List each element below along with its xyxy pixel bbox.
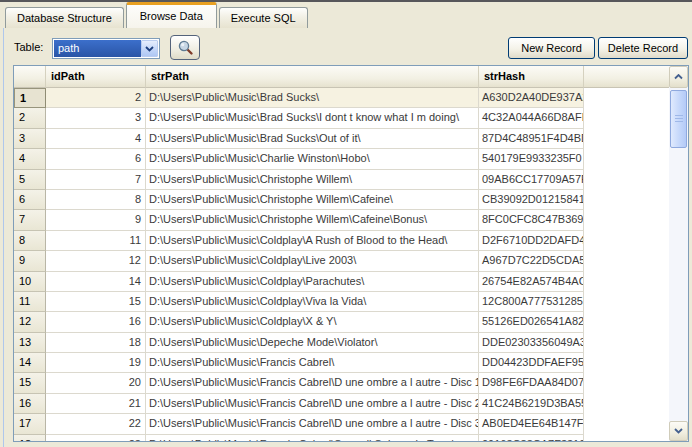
cell-idpath[interactable]: 19 bbox=[46, 353, 146, 373]
table-row: 5 7 D:\Users\Public\Music\Christophe Wil… bbox=[14, 170, 669, 190]
cell-idpath[interactable]: 23 bbox=[46, 435, 146, 441]
col-header-idpath[interactable]: idPath bbox=[46, 66, 146, 88]
cell-idpath[interactable]: 3 bbox=[46, 108, 146, 128]
vertical-scrollbar[interactable] bbox=[669, 66, 688, 441]
cell-strpath[interactable]: D:\Users\Public\Music\Coldplay\Parachute… bbox=[146, 272, 479, 292]
cell-strhash[interactable]: A967D7C22D5CDA5 bbox=[479, 251, 584, 271]
table-row: 8 11 D:\Users\Public\Music\Coldplay\A Ru… bbox=[14, 231, 669, 251]
col-header-strhash[interactable]: strHash bbox=[479, 66, 584, 88]
scroll-down-button[interactable] bbox=[669, 421, 688, 441]
magnifier-icon bbox=[177, 39, 194, 56]
table-select[interactable]: path bbox=[52, 38, 160, 59]
cell-strpath[interactable]: D:\Users\Public\Music\Francis Cabrel\D u… bbox=[146, 414, 479, 434]
col-header-strpath[interactable]: strPath bbox=[146, 66, 479, 88]
cell-strpath[interactable]: D:\Users\Public\Music\Coldplay\A Rush of… bbox=[146, 231, 479, 251]
cell-strpath[interactable]: D:\Users\Public\Music\Christophe Willem\ bbox=[146, 170, 479, 190]
cell-strpath[interactable]: D:\Users\Public\Music\Christophe Willem\… bbox=[146, 190, 479, 210]
cell-strpath[interactable]: D:\Users\Public\Music\Coldplay\Live 2003… bbox=[146, 251, 479, 271]
table-row: 7 9 D:\Users\Public\Music\Christophe Wil… bbox=[14, 210, 669, 230]
cell-idpath[interactable]: 11 bbox=[46, 231, 146, 251]
tab-execute-sql[interactable]: Execute SQL bbox=[219, 7, 308, 28]
table-row: 11 15 D:\Users\Public\Music\Coldplay\Viv… bbox=[14, 292, 669, 312]
cell-idpath[interactable]: 12 bbox=[46, 251, 146, 271]
cell-strpath[interactable]: D:\Users\Public\Music\Coldplay\X & Y\ bbox=[146, 312, 479, 332]
cell-strhash[interactable]: CB39092D01215841 bbox=[479, 190, 584, 210]
table-row: 18 23 D:\Users\Public\Music\Francis Cabr… bbox=[14, 435, 669, 441]
table-row: 3 4 D:\Users\Public\Music\Brad Sucks\Out… bbox=[14, 129, 669, 149]
scroll-up-button[interactable] bbox=[669, 66, 688, 88]
row-header-cell[interactable]: 11 bbox=[14, 292, 46, 312]
cell-idpath[interactable]: 4 bbox=[46, 129, 146, 149]
cell-idpath[interactable]: 8 bbox=[46, 190, 146, 210]
cell-idpath[interactable]: 2 bbox=[46, 88, 146, 108]
row-header-cell[interactable]: 12 bbox=[14, 312, 46, 332]
cell-strpath[interactable]: D:\Users\Public\Music\Francis Cabrel\D u… bbox=[146, 394, 479, 414]
row-header-cell[interactable]: 9 bbox=[14, 251, 46, 271]
cell-strhash[interactable]: 540179E9933235F0 bbox=[479, 149, 584, 169]
cell-strhash[interactable]: 26754E82A574B4AC bbox=[479, 272, 584, 292]
new-record-button[interactable]: New Record bbox=[508, 37, 595, 59]
cell-strpath[interactable]: D:\Users\Public\Music\Brad Sucks\I dont … bbox=[146, 108, 479, 128]
row-header-cell[interactable]: 5 bbox=[14, 170, 46, 190]
cell-strhash[interactable]: 41C24B6219D3BA55 bbox=[479, 394, 584, 414]
search-button[interactable] bbox=[170, 35, 200, 60]
row-header-cell[interactable]: 18 bbox=[14, 435, 46, 441]
row-header-cell[interactable]: 10 bbox=[14, 272, 46, 292]
cell-strhash[interactable]: 87D4C48951F4D4BD bbox=[479, 129, 584, 149]
cell-strpath[interactable]: D:\Users\Public\Music\Coldplay\Viva la V… bbox=[146, 292, 479, 312]
row-header-cell[interactable]: 6 bbox=[14, 190, 46, 210]
cell-strhash[interactable]: 4C32A044A66D8AFB bbox=[479, 108, 584, 128]
cell-strhash[interactable]: D2F6710DD2DAFD4 bbox=[479, 231, 584, 251]
row-header-cell[interactable]: 2 bbox=[14, 108, 46, 128]
row-header-cell[interactable]: 1 bbox=[14, 88, 46, 108]
cell-strhash[interactable]: 09163C88CA7F3310 bbox=[479, 435, 584, 441]
cell-strpath[interactable]: D:\Users\Public\Music\Francis Cabrel\Sam… bbox=[146, 435, 479, 441]
row-header-cell[interactable]: 7 bbox=[14, 210, 46, 230]
scrollbar-thumb[interactable] bbox=[670, 90, 687, 148]
row-header-cell[interactable]: 8 bbox=[14, 231, 46, 251]
row-header-cell[interactable]: 16 bbox=[14, 394, 46, 414]
frame-left-border bbox=[3, 28, 4, 447]
table-row: 1 2 D:\Users\Public\Music\Brad Sucks\ A6… bbox=[14, 88, 669, 108]
cell-strhash[interactable]: AB0ED4EE64B147FE bbox=[479, 414, 584, 434]
cell-strhash[interactable]: 55126ED026541A82 bbox=[479, 312, 584, 332]
cell-idpath[interactable]: 9 bbox=[46, 210, 146, 230]
cell-idpath[interactable]: 15 bbox=[46, 292, 146, 312]
delete-record-button[interactable]: Delete Record bbox=[598, 37, 688, 59]
table-label: Table: bbox=[14, 41, 43, 53]
row-header-cell[interactable]: 3 bbox=[14, 129, 46, 149]
row-header-cell[interactable]: 13 bbox=[14, 333, 46, 353]
cell-idpath[interactable]: 7 bbox=[46, 170, 146, 190]
cell-strhash[interactable]: 8FC0CFC8C47B3691 bbox=[479, 210, 584, 230]
cell-idpath[interactable]: 20 bbox=[46, 373, 146, 393]
cell-strhash[interactable]: 09AB6CC17709A57F bbox=[479, 170, 584, 190]
cell-strhash[interactable]: DD04423DDFAEF95F bbox=[479, 353, 584, 373]
combo-dropdown-button[interactable] bbox=[141, 40, 158, 57]
cell-strpath[interactable]: D:\Users\Public\Music\Francis Cabrel\ bbox=[146, 353, 479, 373]
cell-idpath[interactable]: 21 bbox=[46, 394, 146, 414]
cell-idpath[interactable]: 16 bbox=[46, 312, 146, 332]
row-header-cell[interactable]: 15 bbox=[14, 373, 46, 393]
row-header-cell[interactable]: 14 bbox=[14, 353, 46, 373]
row-header-cell[interactable]: 17 bbox=[14, 414, 46, 434]
tab-browse-data[interactable]: Browse Data bbox=[126, 2, 217, 28]
cell-idpath[interactable]: 14 bbox=[46, 272, 146, 292]
cell-strpath[interactable]: D:\Users\Public\Music\Brad Sucks\ bbox=[146, 88, 479, 108]
cell-idpath[interactable]: 22 bbox=[46, 414, 146, 434]
cell-strpath[interactable]: D:\Users\Public\Music\Brad Sucks\Out of … bbox=[146, 129, 479, 149]
table-row: 13 18 D:\Users\Public\Music\Depeche Mode… bbox=[14, 333, 669, 353]
cell-strhash[interactable]: 12C800A777531285 bbox=[479, 292, 584, 312]
cell-strpath[interactable]: D:\Users\Public\Music\Francis Cabrel\D u… bbox=[146, 373, 479, 393]
cell-strpath[interactable]: D:\Users\Public\Music\Depeche Mode\Viola… bbox=[146, 333, 479, 353]
cell-idpath[interactable]: 6 bbox=[46, 149, 146, 169]
header-filler bbox=[584, 66, 669, 88]
tab-database-structure[interactable]: Database Structure bbox=[5, 7, 124, 28]
cell-strhash[interactable]: D98FE6FDAA84D074 bbox=[479, 373, 584, 393]
cell-strpath[interactable]: D:\Users\Public\Music\Charlie Winston\Ho… bbox=[146, 149, 479, 169]
cell-strpath[interactable]: D:\Users\Public\Music\Christophe Willem\… bbox=[146, 210, 479, 230]
cell-strhash[interactable]: DDE02303356049A3 bbox=[479, 333, 584, 353]
cell-strhash[interactable]: A630D2A40DE937A2 bbox=[479, 88, 584, 108]
row-header-cell[interactable]: 4 bbox=[14, 149, 46, 169]
table-row: 9 12 D:\Users\Public\Music\Coldplay\Live… bbox=[14, 251, 669, 271]
cell-idpath[interactable]: 18 bbox=[46, 333, 146, 353]
